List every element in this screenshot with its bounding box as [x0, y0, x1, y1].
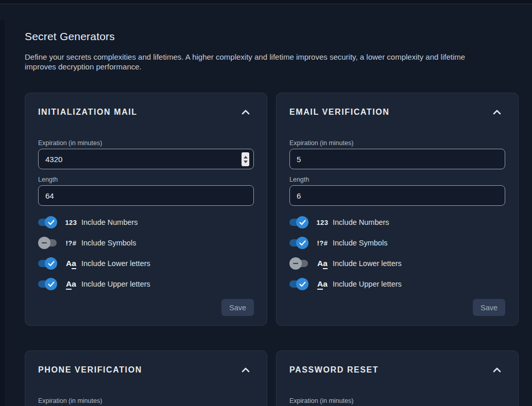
symbols-icon: !?#	[64, 238, 78, 248]
toggle-options: 123 Include Numbers !?# Include Symbols …	[38, 215, 254, 291]
symbols-icon: !?#	[315, 238, 330, 248]
length-input[interactable]	[289, 185, 505, 206]
expiration-input[interactable]	[289, 149, 505, 169]
length-input-wrap	[38, 185, 254, 206]
left-edge-shade	[0, 21, 5, 406]
page-title: Secret Generators	[25, 31, 519, 42]
toggle-label: Include Lower letters	[333, 259, 402, 268]
spinner-down-icon[interactable]	[244, 161, 248, 163]
expiration-label: Expiration (in minutes)	[289, 397, 505, 404]
card-header: INITIALIZATION MAIL	[38, 108, 254, 117]
toggle-options: 123 Include Numbers !?# Include Symbols …	[289, 215, 505, 291]
toggle-label: Include Upper letters	[333, 280, 402, 288]
check-icon	[299, 220, 306, 225]
option-include-lower-letters: Aa Include Lower letters	[289, 256, 505, 271]
toggle-include-lower-letters[interactable]	[38, 257, 57, 270]
check-icon	[299, 281, 306, 287]
length-label: Length	[289, 176, 505, 183]
card-email-verification: EMAIL VERIFICATION Expiration (in minute…	[276, 93, 519, 326]
collapse-button[interactable]	[492, 366, 502, 374]
uppercase-letters-icon: Aa	[315, 279, 330, 289]
expiration-input[interactable]	[38, 149, 254, 169]
save-button[interactable]: Save	[473, 299, 505, 316]
card-title: PHONE VERIFICATION	[38, 365, 142, 375]
chevron-up-icon	[242, 367, 250, 373]
collapse-button[interactable]	[241, 109, 251, 116]
toggle-label: Include Lower letters	[81, 259, 150, 268]
check-icon	[48, 261, 55, 267]
card-password-reset: PASSWORD RESET Expiration (in minutes)	[276, 350, 519, 406]
top-bar	[0, 0, 532, 4]
expiration-input-wrap	[289, 149, 505, 169]
card-header: EMAIL VERIFICATION	[289, 108, 505, 117]
card-title: EMAIL VERIFICATION	[289, 108, 389, 117]
card-phone-verification: PHONE VERIFICATION Expiration (in minute…	[25, 350, 267, 406]
card-header: PHONE VERIFICATION	[38, 365, 254, 375]
option-include-upper-letters: Aa Include Upper letters	[38, 277, 254, 291]
number-spinner[interactable]	[242, 152, 249, 166]
expiration-input-wrap	[38, 149, 254, 169]
card-title: PASSWORD RESET	[289, 365, 379, 375]
toggle-include-upper-letters[interactable]	[38, 278, 57, 290]
collapse-button[interactable]	[241, 366, 251, 374]
expiration-label: Expiration (in minutes)	[38, 139, 254, 147]
toggle-include-numbers[interactable]	[38, 216, 57, 228]
length-input-wrap	[289, 185, 505, 206]
toggle-include-upper-letters[interactable]	[289, 278, 308, 290]
option-include-symbols: !?# Include Symbols	[38, 236, 254, 250]
option-include-symbols: !?# Include Symbols	[289, 236, 505, 250]
length-label: Length	[38, 176, 254, 183]
uppercase-letters-icon: Aa	[64, 279, 78, 289]
numbers-icon: 123	[64, 218, 78, 227]
save-row: Save	[289, 299, 505, 316]
option-include-lower-letters: Aa Include Lower letters	[38, 256, 254, 271]
chevron-up-icon	[493, 110, 501, 115]
collapse-button[interactable]	[492, 109, 502, 116]
toggle-include-numbers[interactable]	[289, 216, 308, 228]
chevron-up-icon	[493, 367, 501, 373]
toggle-label: Include Symbols	[333, 239, 387, 247]
check-icon	[48, 220, 55, 225]
card-initialization-mail: INITIALIZATION MAIL Expiration (in minut…	[25, 93, 267, 326]
card-header: PASSWORD RESET	[289, 365, 505, 375]
numbers-icon: 123	[315, 218, 330, 227]
cards-grid: INITIALIZATION MAIL Expiration (in minut…	[25, 93, 519, 406]
lowercase-letters-icon: Aa	[64, 259, 78, 268]
dash-icon	[42, 242, 47, 244]
length-input[interactable]	[38, 185, 254, 206]
check-icon	[48, 281, 55, 287]
option-include-numbers: 123 Include Numbers	[289, 215, 505, 230]
toggle-include-symbols[interactable]	[38, 237, 57, 249]
expiration-label: Expiration (in minutes)	[289, 139, 505, 147]
toggle-label: Include Numbers	[81, 218, 138, 226]
toggle-include-symbols[interactable]	[289, 237, 308, 249]
save-button[interactable]: Save	[221, 299, 254, 316]
page-description: Define your secrets complexities and lif…	[25, 52, 494, 72]
dash-icon	[293, 263, 298, 264]
toggle-label: Include Upper letters	[81, 280, 150, 288]
toggle-include-lower-letters[interactable]	[289, 257, 308, 270]
content: Secret Generators Define your secrets co…	[0, 31, 519, 406]
check-icon	[299, 240, 306, 246]
option-include-upper-letters: Aa Include Upper letters	[289, 277, 505, 291]
card-title: INITIALIZATION MAIL	[38, 108, 138, 117]
toggle-label: Include Symbols	[81, 239, 136, 247]
toggle-label: Include Numbers	[333, 218, 389, 226]
lowercase-letters-icon: Aa	[315, 259, 330, 268]
spinner-up-icon[interactable]	[244, 156, 248, 158]
option-include-numbers: 123 Include Numbers	[38, 215, 254, 230]
save-row: Save	[38, 299, 254, 316]
chevron-up-icon	[242, 110, 250, 115]
expiration-label: Expiration (in minutes)	[38, 397, 254, 404]
